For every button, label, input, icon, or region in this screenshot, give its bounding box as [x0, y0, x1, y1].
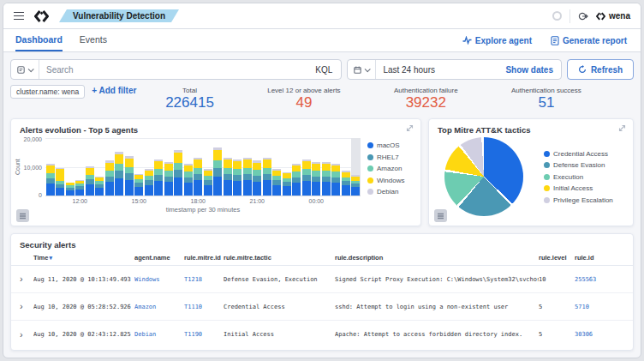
legend-toggle-button[interactable]	[434, 209, 447, 222]
tab-dashboard[interactable]: Dashboard	[15, 29, 63, 51]
kql-toggle[interactable]: KQL	[307, 65, 341, 75]
saved-query-menu[interactable]	[11, 60, 39, 79]
alerts-evolution-panel: Alerts evolution - Top 5 agents Count 20…	[10, 118, 421, 226]
column-header-time[interactable]: Time▾	[33, 254, 134, 262]
generate-report-button[interactable]: Generate report	[551, 36, 627, 45]
add-filter-button[interactable]: + Add filter	[92, 85, 136, 95]
bar[interactable]	[292, 138, 302, 196]
column-header-rule-level[interactable]: rule.level	[539, 254, 575, 262]
legend-item[interactable]: Defense Evasion	[544, 161, 592, 169]
bar-segment	[263, 168, 271, 174]
bar[interactable]	[282, 138, 292, 196]
bar[interactable]	[154, 138, 164, 196]
legend-item[interactable]: macOS	[367, 141, 415, 149]
bar[interactable]	[203, 138, 213, 196]
bar[interactable]	[56, 138, 66, 196]
row-expand-icon[interactable]: ›	[20, 330, 33, 340]
search-input[interactable]	[39, 65, 307, 75]
bar[interactable]	[233, 138, 243, 196]
column-header-rule-mitre-id[interactable]: rule.mitre.id	[184, 254, 224, 262]
bar-stack	[302, 159, 311, 196]
row-expand-icon[interactable]: ›	[20, 302, 33, 311]
refresh-button[interactable]: Refresh	[567, 59, 634, 80]
mitre-id-link[interactable]: T1218	[184, 276, 224, 283]
bar[interactable]	[45, 138, 56, 196]
bar[interactable]	[331, 138, 342, 196]
calendar-menu[interactable]	[348, 60, 376, 79]
bar[interactable]	[164, 138, 174, 196]
column-header-agent-name[interactable]: agent.name	[134, 254, 184, 262]
legend-dot-icon	[367, 154, 373, 160]
bar[interactable]	[124, 138, 134, 196]
bar-stack	[312, 162, 320, 196]
mitre-id-link[interactable]: T1110	[184, 304, 224, 310]
export-icon[interactable]	[578, 11, 588, 21]
date-picker: Last 24 hours Show dates	[347, 59, 562, 80]
legend-item[interactable]: Privilege Escalation	[544, 196, 592, 204]
agent-name-link[interactable]: Amazon	[134, 304, 184, 310]
bar[interactable]	[223, 138, 233, 196]
bar[interactable]	[272, 138, 283, 196]
bar[interactable]	[351, 138, 361, 196]
legend-item[interactable]: Credential Access	[544, 150, 592, 158]
bar[interactable]	[242, 138, 253, 196]
bar[interactable]	[95, 138, 105, 196]
row-expand-icon[interactable]: ›	[20, 274, 33, 284]
legend-item[interactable]: Debian	[367, 188, 415, 196]
mitre-id-link[interactable]: T1190	[184, 331, 224, 338]
legend-item[interactable]: Execution	[544, 173, 592, 181]
sort-down-icon[interactable]: ▾	[49, 255, 52, 261]
legend-label: Execution	[553, 173, 583, 181]
mitre-pie-chart[interactable]	[444, 137, 523, 216]
agent-name-link[interactable]: Windows	[134, 276, 184, 283]
column-header-rule-mitre-tactic[interactable]: rule.mitre.tactic	[224, 254, 335, 262]
rule-id-link[interactable]: 255563	[575, 276, 624, 283]
legend-item[interactable]: Amazon	[367, 165, 415, 172]
bar[interactable]	[301, 138, 312, 196]
bar[interactable]	[253, 138, 263, 196]
bar[interactable]	[104, 138, 115, 196]
legend-item[interactable]: Initial Access	[544, 184, 592, 192]
bar-segment	[253, 182, 261, 196]
bar[interactable]	[75, 138, 86, 196]
bar[interactable]	[144, 138, 154, 196]
bar-stack	[204, 169, 212, 196]
bar[interactable]	[213, 138, 224, 196]
agent-name-link[interactable]: Debian	[134, 331, 184, 338]
bar[interactable]	[341, 138, 351, 196]
bar[interactable]	[321, 138, 331, 196]
tab-events[interactable]: Events	[80, 29, 107, 51]
app-window: Vulnerability Detection wena Dashboard E…	[3, 3, 641, 358]
bar[interactable]	[183, 138, 194, 196]
expand-icon[interactable]	[406, 124, 414, 132]
rule-id-link[interactable]: 30306	[575, 331, 624, 338]
legend-toggle-button[interactable]	[16, 209, 29, 222]
x-tick-label: 21:00	[249, 198, 265, 204]
show-dates-button[interactable]: Show dates	[505, 65, 561, 75]
bar[interactable]	[134, 138, 145, 196]
expand-icon[interactable]	[618, 124, 626, 132]
bar[interactable]	[194, 138, 204, 196]
column-header-rule-id[interactable]: rule.id	[575, 254, 624, 262]
legend-item[interactable]: Windows	[367, 177, 415, 184]
stat-value: 39232	[394, 94, 458, 111]
filter-pill[interactable]: cluster.name: wena	[10, 85, 85, 99]
explore-agent-button[interactable]: Explore agent	[462, 36, 532, 45]
bar[interactable]	[65, 138, 75, 196]
column-header-rule-description[interactable]: rule.description	[335, 254, 539, 262]
bar[interactable]	[115, 138, 125, 196]
time-range-value[interactable]: Last 24 hours	[376, 65, 505, 75]
x-tick-label: 12:00	[72, 198, 87, 204]
account-menu[interactable]: wena	[596, 11, 630, 21]
bar[interactable]	[174, 138, 184, 196]
stat-label: Total	[165, 87, 214, 94]
legend-item[interactable]: RHEL7	[367, 153, 415, 161]
bar[interactable]	[312, 138, 322, 196]
health-status-icon[interactable]	[552, 11, 562, 21]
wazuh-logo-icon[interactable]	[34, 10, 49, 22]
menu-icon[interactable]	[14, 12, 24, 21]
bar-segment	[164, 182, 173, 196]
bar[interactable]	[262, 138, 272, 196]
rule-id-link[interactable]: 5710	[575, 304, 624, 310]
bar[interactable]	[85, 138, 95, 196]
